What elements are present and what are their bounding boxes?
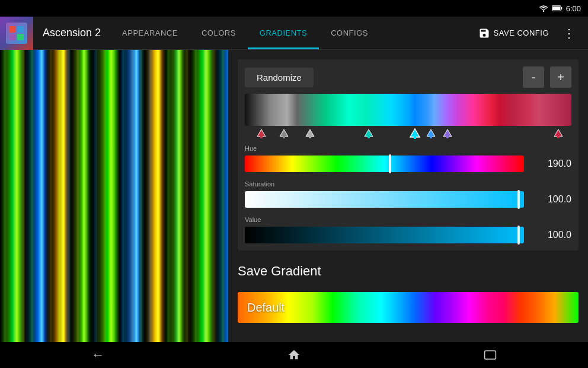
color-stops-container: [245, 94, 571, 139]
saturation-value: 100.0: [530, 194, 571, 205]
back-button[interactable]: ←: [79, 344, 116, 366]
app-title: Ascension 2: [33, 27, 110, 39]
svg-rect-20: [446, 136, 449, 138]
saturation-row: 100.0: [245, 191, 571, 208]
svg-rect-12: [309, 136, 311, 138]
saturation-track[interactable]: [245, 191, 524, 208]
hue-slider-container[interactable]: [245, 156, 524, 172]
plus-button[interactable]: +: [550, 66, 571, 88]
save-gradient-label[interactable]: Save Gradient: [238, 264, 321, 278]
svg-rect-5: [9, 34, 16, 40]
save-config-label: SAVE CONFIG: [494, 28, 549, 37]
default-bar-label: Default: [247, 301, 285, 315]
status-time: 6:00: [566, 4, 581, 13]
nav-tabs: APPEARANCE COLORS GRADIENTS CONFIGS: [110, 17, 474, 49]
saturation-slider-container[interactable]: [245, 191, 524, 208]
bottom-nav: ←: [0, 342, 588, 368]
stop-handle-1[interactable]: [256, 128, 267, 139]
svg-rect-4: [17, 26, 24, 33]
battery-icon: [552, 5, 563, 12]
svg-marker-13: [365, 129, 373, 137]
default-bar[interactable]: Default: [238, 292, 579, 323]
svg-rect-14: [368, 136, 370, 138]
gradient-bar-row: Randomize - +: [245, 66, 571, 88]
svg-marker-7: [257, 129, 266, 137]
status-icons: 6:00: [539, 4, 581, 13]
stop-handle-2[interactable]: [279, 128, 289, 139]
right-panel: Randomize - +: [228, 50, 588, 342]
preview-panel: [0, 50, 228, 342]
hue-value: 190.0: [530, 158, 571, 169]
tab-colors[interactable]: COLORS: [190, 17, 248, 49]
gradient-preview-visual: [0, 50, 228, 342]
svg-rect-2: [552, 7, 560, 10]
svg-rect-3: [9, 26, 16, 33]
hsv-section: Hue 190.0 Saturation: [245, 142, 571, 243]
value-track[interactable]: [245, 227, 524, 243]
hue-label: Hue: [245, 145, 257, 152]
save-gradient-section[interactable]: Save Gradient: [238, 259, 579, 284]
randomize-button[interactable]: Randomize: [245, 68, 314, 87]
more-options-icon[interactable]: ⋮: [558, 24, 581, 43]
value-value: 100.0: [530, 230, 571, 240]
svg-rect-22: [557, 136, 560, 138]
nav-bar: Ascension 2 APPEARANCE COLORS GRADIENTS …: [0, 17, 588, 50]
stop-handle-6[interactable]: [426, 128, 436, 139]
home-icon: [287, 348, 301, 361]
svg-marker-17: [427, 129, 435, 137]
svg-rect-8: [260, 136, 263, 138]
nav-actions: SAVE CONFIG ⋮: [474, 24, 588, 43]
tab-appearance[interactable]: APPEARANCE: [110, 17, 190, 49]
value-slider-container[interactable]: [245, 227, 524, 243]
svg-marker-11: [306, 129, 314, 137]
stop-handle-3[interactable]: [305, 128, 315, 139]
stop-handle-7[interactable]: [442, 128, 453, 139]
recent-button[interactable]: [472, 346, 509, 364]
app-icon-inner: [6, 23, 27, 44]
minus-button[interactable]: -: [523, 66, 544, 88]
hue-section: Hue 190.0: [245, 142, 571, 172]
color-stops-bar[interactable]: [245, 94, 571, 126]
svg-marker-19: [443, 129, 452, 137]
preview-overlay: [0, 50, 228, 342]
svg-marker-15: [410, 129, 420, 137]
wifi-icon: [539, 5, 548, 12]
svg-rect-10: [283, 136, 285, 138]
recent-icon: [484, 350, 497, 360]
svg-rect-16: [414, 137, 416, 139]
saturation-label: Saturation: [245, 180, 274, 188]
stop-handle-8[interactable]: [553, 128, 564, 139]
value-label: Value: [245, 216, 261, 223]
value-section: Value 100.0: [245, 214, 571, 243]
stop-handle-5[interactable]: [410, 128, 420, 139]
svg-rect-23: [484, 351, 496, 359]
main-content: Randomize - +: [0, 50, 588, 342]
tab-gradients[interactable]: GRADIENTS: [248, 17, 319, 49]
save-config-button[interactable]: SAVE CONFIG: [474, 24, 554, 43]
hue-row: 190.0: [245, 156, 571, 172]
stop-handles: [245, 127, 571, 139]
svg-marker-9: [280, 129, 288, 137]
svg-marker-21: [554, 129, 563, 137]
hue-thumb: [389, 154, 391, 173]
app-icon: [0, 17, 33, 50]
value-thumb: [517, 226, 520, 245]
saturation-thumb: [517, 190, 520, 209]
tab-configs[interactable]: CONFIGS: [319, 17, 380, 49]
value-row: 100.0: [245, 227, 571, 243]
svg-rect-6: [17, 34, 24, 40]
svg-rect-18: [430, 136, 432, 138]
stop-handle-4[interactable]: [363, 128, 374, 139]
svg-rect-1: [561, 7, 562, 9]
home-button[interactable]: [276, 345, 312, 365]
hue-track[interactable]: [245, 156, 524, 172]
gradient-editor-top: Randomize - +: [238, 59, 579, 250]
saturation-section: Saturation 100.0: [245, 178, 571, 208]
save-icon: [478, 27, 490, 39]
status-bar: 6:00: [0, 0, 588, 17]
